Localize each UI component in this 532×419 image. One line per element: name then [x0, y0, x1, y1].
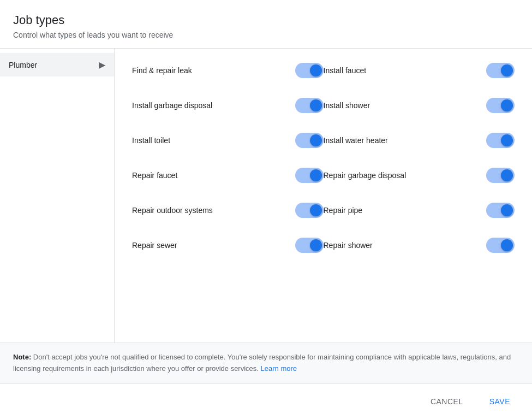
chevron-right-icon: ▶ — [99, 60, 105, 70]
main-content: Plumber ▶ Find & repair leakInstall fauc… — [0, 49, 532, 343]
sidebar-item-label: Plumber — [9, 61, 37, 69]
page-title: Job types — [13, 13, 519, 27]
job-label-install-garbage-disposal: Install garbage disposal — [132, 101, 284, 110]
toggle-thumb — [310, 239, 322, 251]
page-header: Job types Control what types of leads yo… — [0, 0, 532, 48]
job-col-right: Repair garbage disposal — [324, 168, 515, 183]
sidebar-item-plumber[interactable]: Plumber ▶ — [0, 53, 114, 76]
cancel-button[interactable]: CANCEL — [422, 393, 472, 410]
job-label-find-repair-leak: Find & repair leak — [132, 66, 284, 75]
job-label-repair-pipe: Repair pipe — [324, 206, 476, 215]
job-col-left: Repair sewer — [132, 238, 324, 253]
job-col-left: Repair outdoor systems — [132, 203, 324, 218]
toggle-find-repair-leak[interactable] — [295, 63, 324, 78]
learn-more-link[interactable]: Learn more — [261, 364, 297, 373]
job-col-right: Repair shower — [324, 238, 515, 253]
toggle-install-garbage-disposal[interactable] — [295, 98, 324, 113]
job-label-repair-shower: Repair shower — [324, 241, 476, 250]
job-row: Repair outdoor systemsRepair pipe — [115, 193, 532, 228]
job-label-repair-faucet: Repair faucet — [132, 171, 284, 180]
job-col-right: Install shower — [324, 98, 515, 113]
note-bar: Note: Don't accept jobs you're not quali… — [0, 343, 532, 383]
job-row: Install toiletInstall water heater — [115, 123, 532, 158]
job-row: Repair faucetRepair garbage disposal — [115, 158, 532, 193]
toggle-install-shower[interactable] — [486, 98, 515, 113]
toggle-thumb — [310, 134, 322, 146]
job-col-right: Install faucet — [324, 63, 515, 78]
job-col-left: Find & repair leak — [132, 63, 324, 78]
toggle-thumb — [501, 64, 513, 76]
toggle-repair-pipe[interactable] — [486, 203, 515, 218]
toggle-repair-outdoor-systems[interactable] — [295, 203, 324, 218]
toggle-thumb — [310, 99, 322, 111]
job-label-repair-outdoor-systems: Repair outdoor systems — [132, 206, 284, 215]
job-label-install-shower: Install shower — [324, 101, 476, 110]
action-bar: CANCEL SAVE — [0, 383, 532, 419]
toggle-repair-sewer[interactable] — [295, 238, 324, 253]
job-label-install-faucet: Install faucet — [324, 66, 476, 75]
toggle-install-faucet[interactable] — [486, 63, 515, 78]
job-row: Find & repair leakInstall faucet — [115, 53, 532, 88]
toggle-repair-faucet[interactable] — [295, 168, 324, 183]
save-button[interactable]: SAVE — [481, 393, 519, 410]
toggle-repair-shower[interactable] — [486, 238, 515, 253]
job-col-left: Install garbage disposal — [132, 98, 324, 113]
job-label-repair-garbage-disposal: Repair garbage disposal — [324, 171, 476, 180]
toggle-thumb — [310, 169, 322, 181]
job-label-install-water-heater: Install water heater — [324, 136, 476, 145]
toggle-install-toilet[interactable] — [295, 133, 324, 148]
job-label-repair-sewer: Repair sewer — [132, 241, 284, 250]
toggle-repair-garbage-disposal[interactable] — [486, 168, 515, 183]
job-col-left: Repair faucet — [132, 168, 324, 183]
job-list-panel: Find & repair leakInstall faucetInstall … — [115, 49, 532, 343]
toggle-install-water-heater[interactable] — [486, 133, 515, 148]
toggle-thumb — [501, 134, 513, 146]
job-row: Repair sewerRepair shower — [115, 228, 532, 263]
job-col-right: Install water heater — [324, 133, 515, 148]
toggle-thumb — [501, 99, 513, 111]
sidebar: Plumber ▶ — [0, 49, 115, 343]
toggle-thumb — [310, 64, 322, 76]
page-subtitle: Control what types of leads you want to … — [13, 31, 519, 39]
toggle-thumb — [310, 204, 322, 216]
toggle-thumb — [501, 204, 513, 216]
job-col-right: Repair pipe — [324, 203, 515, 218]
job-label-install-toilet: Install toilet — [132, 136, 284, 145]
note-prefix: Note: — [13, 353, 31, 361]
toggle-thumb — [501, 169, 513, 181]
job-row: Install garbage disposalInstall shower — [115, 88, 532, 123]
job-col-left: Install toilet — [132, 133, 324, 148]
toggle-thumb — [501, 239, 513, 251]
